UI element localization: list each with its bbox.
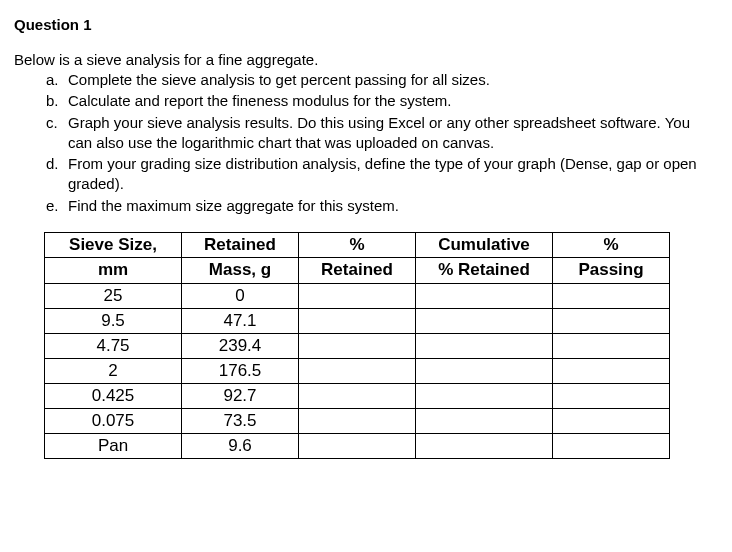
table-row: 4.75 239.4 <box>45 333 670 358</box>
cell-pass <box>553 308 670 333</box>
cell-pass <box>553 358 670 383</box>
intro-text: Below is a sieve analysis for a fine agg… <box>14 51 718 68</box>
item-b: b. Calculate and report the fineness mod… <box>46 91 718 111</box>
cell-pass <box>553 408 670 433</box>
item-text: Graph your sieve analysis results. Do th… <box>68 114 690 151</box>
cell-mass: 47.1 <box>182 308 299 333</box>
table-header-row1: Sieve Size, Retained % Cumulative % <box>45 232 670 257</box>
header-size1: Sieve Size, <box>45 232 182 257</box>
cell-cum <box>416 308 553 333</box>
cell-pret <box>299 358 416 383</box>
cell-cum <box>416 358 553 383</box>
cell-size: 2 <box>45 358 182 383</box>
table-row: 2 176.5 <box>45 358 670 383</box>
cell-pret <box>299 283 416 308</box>
cell-mass: 239.4 <box>182 333 299 358</box>
cell-cum <box>416 333 553 358</box>
cell-pass <box>553 333 670 358</box>
question-title: Question 1 <box>14 16 718 33</box>
cell-size: 0.075 <box>45 408 182 433</box>
cell-mass: 92.7 <box>182 383 299 408</box>
table-row: 0.075 73.5 <box>45 408 670 433</box>
item-text: From your grading size distribution anal… <box>68 155 697 192</box>
header-size2: mm <box>45 258 182 283</box>
table-row: Pan 9.6 <box>45 433 670 458</box>
cell-cum <box>416 383 553 408</box>
subquestion-list: a. Complete the sieve analysis to get pe… <box>14 70 718 216</box>
cell-mass: 176.5 <box>182 358 299 383</box>
header-cum2: % Retained <box>416 258 553 283</box>
item-marker: a. <box>46 70 59 90</box>
cell-size: Pan <box>45 433 182 458</box>
cell-pret <box>299 308 416 333</box>
item-text: Calculate and report the fineness modulu… <box>68 92 452 109</box>
cell-size: 9.5 <box>45 308 182 333</box>
cell-size: 25 <box>45 283 182 308</box>
cell-pass <box>553 283 670 308</box>
cell-size: 4.75 <box>45 333 182 358</box>
cell-mass: 73.5 <box>182 408 299 433</box>
item-text: Complete the sieve analysis to get perce… <box>68 71 490 88</box>
item-marker: e. <box>46 196 59 216</box>
table-row: 25 0 <box>45 283 670 308</box>
table-header-row2: mm Mass, g Retained % Retained Passing <box>45 258 670 283</box>
header-pct2: Retained <box>299 258 416 283</box>
cell-pret <box>299 408 416 433</box>
sieve-table: Sieve Size, Retained % Cumulative % mm M… <box>44 232 670 459</box>
header-mass1: Retained <box>182 232 299 257</box>
item-e: e. Find the maximum size aggregate for t… <box>46 196 718 216</box>
cell-pret <box>299 383 416 408</box>
item-marker: c. <box>46 113 58 133</box>
header-cum1: Cumulative <box>416 232 553 257</box>
header-pass1: % <box>553 232 670 257</box>
cell-size: 0.425 <box>45 383 182 408</box>
cell-pass <box>553 383 670 408</box>
item-c: c. Graph your sieve analysis results. Do… <box>46 113 718 154</box>
item-text: Find the maximum size aggregate for this… <box>68 197 399 214</box>
header-mass2: Mass, g <box>182 258 299 283</box>
cell-pass <box>553 433 670 458</box>
cell-cum <box>416 408 553 433</box>
cell-mass: 9.6 <box>182 433 299 458</box>
cell-cum <box>416 283 553 308</box>
cell-pret <box>299 433 416 458</box>
item-marker: b. <box>46 91 59 111</box>
cell-cum <box>416 433 553 458</box>
item-a: a. Complete the sieve analysis to get pe… <box>46 70 718 90</box>
header-pct1: % <box>299 232 416 257</box>
table-row: 9.5 47.1 <box>45 308 670 333</box>
header-pass2: Passing <box>553 258 670 283</box>
cell-mass: 0 <box>182 283 299 308</box>
item-d: d. From your grading size distribution a… <box>46 154 718 195</box>
item-marker: d. <box>46 154 59 174</box>
cell-pret <box>299 333 416 358</box>
table-row: 0.425 92.7 <box>45 383 670 408</box>
